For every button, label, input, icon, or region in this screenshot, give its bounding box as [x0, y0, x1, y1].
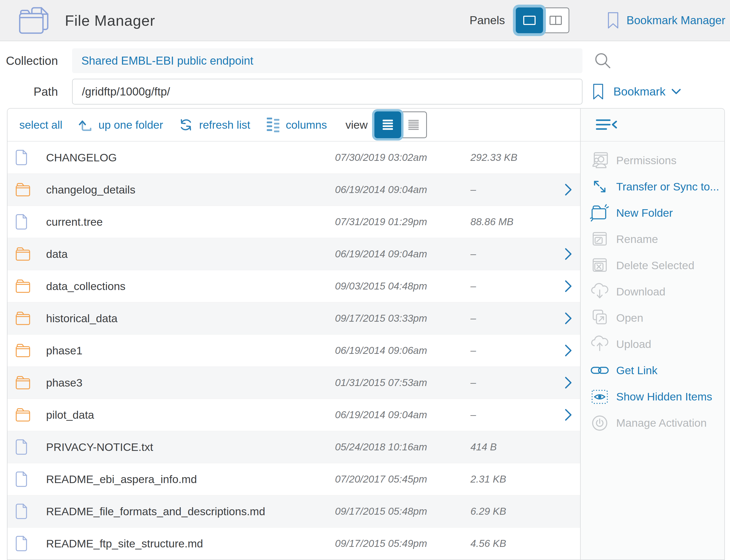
table-row[interactable]: CHANGELOG 07/30/2019 03:02am 292.33 KB	[7, 142, 580, 174]
columns-button[interactable]: columns	[266, 117, 327, 133]
file-list-pane: select all up one folder	[7, 109, 580, 559]
open-folder-chevron[interactable]	[557, 473, 580, 485]
table-row[interactable]: historical_data 09/17/2015 03:33pm –	[7, 302, 580, 335]
sidebar-item-new-folder[interactable]: New Folder	[581, 200, 724, 226]
open-folder-chevron[interactable]	[557, 312, 580, 325]
dual-panel-button[interactable]	[542, 7, 569, 33]
chevron-right-icon	[565, 248, 572, 260]
collapse-sidebar-icon[interactable]	[596, 118, 618, 131]
open-folder-chevron[interactable]	[557, 280, 580, 292]
file-icon	[15, 150, 28, 165]
table-row[interactable]: data 06/19/2014 09:04am –	[7, 238, 580, 270]
condensed-view-button[interactable]	[400, 111, 427, 138]
file-name: CHANGELOG	[40, 151, 335, 164]
file-list: CHANGELOG 07/30/2019 03:02am 292.33 KB c…	[7, 142, 580, 559]
table-row[interactable]: current.tree 07/31/2019 01:29pm 88.86 MB	[7, 206, 580, 238]
file-modified-date: 09/03/2015 04:48pm	[335, 281, 467, 292]
file-name: current.tree	[40, 216, 335, 228]
open-folder-chevron[interactable]	[557, 409, 580, 421]
chevron-down-icon	[671, 89, 681, 95]
folder-icon	[15, 311, 31, 326]
file-name: phase3	[40, 377, 335, 389]
open-folder-chevron[interactable]	[557, 505, 580, 518]
file-browser-panel: select all up one folder	[7, 108, 725, 560]
list-toolbar: select all up one folder	[7, 109, 580, 142]
sidebar-item-label: Open	[616, 312, 643, 324]
file-name: README_file_formats_and_descriptions.md	[40, 505, 335, 518]
sidebar-item-label: Transfer or Sync to...	[616, 180, 719, 193]
up-one-folder-button[interactable]: up one folder	[78, 118, 163, 132]
table-row[interactable]: phase1 06/19/2014 09:06am –	[7, 335, 580, 367]
bookmark-manager-button[interactable]: Bookmark Manager	[607, 12, 725, 29]
endpoint-form: Collection Path Bookmark	[0, 41, 730, 104]
file-name: README_ftp_site_structure.md	[40, 537, 335, 550]
refresh-icon	[178, 117, 193, 132]
select-all-button[interactable]: select all	[19, 119, 62, 131]
panels-toggle	[516, 7, 569, 33]
sidebar-item-show-hidden-items[interactable]: Show Hidden Items	[581, 383, 724, 410]
file-modified-date: 01/31/2015 07:53am	[335, 377, 467, 388]
table-row[interactable]: phase3 01/31/2015 07:53am –	[7, 367, 580, 399]
folder-icon	[15, 247, 31, 261]
file-size: –	[467, 281, 557, 292]
list-view-icon	[383, 119, 393, 130]
transfer-sync-icon	[585, 177, 614, 196]
search-button[interactable]	[593, 51, 612, 70]
folder-icon	[15, 279, 31, 293]
file-modified-date: 06/19/2014 09:06am	[335, 345, 467, 356]
sidebar-item-label: Delete Selected	[616, 259, 694, 272]
open-folder-chevron[interactable]	[557, 377, 580, 389]
file-name: pilot_data	[40, 409, 335, 421]
sidebar-item-transfer[interactable]: Transfer or Sync to...	[581, 173, 724, 200]
table-row[interactable]: PRIVACY-NOTICE.txt 05/24/2018 10:16am 41…	[7, 431, 580, 463]
open-folder-chevron[interactable]	[557, 248, 580, 260]
bookmark-icon	[593, 83, 604, 100]
file-modified-date: 06/19/2014 09:04am	[335, 248, 467, 260]
table-row[interactable]: pilot_data 06/19/2014 09:04am –	[7, 399, 580, 431]
table-row[interactable]: README_ftp_site_structure.md 09/17/2015 …	[7, 528, 580, 559]
chevron-right-icon	[565, 280, 572, 292]
file-icon	[15, 471, 28, 487]
sidebar-item-label: Upload	[616, 338, 651, 351]
folder-icon	[15, 182, 31, 197]
single-panel-button[interactable]	[516, 7, 543, 33]
dual-panel-icon	[549, 15, 563, 26]
bookmark-button[interactable]: Bookmark	[593, 83, 681, 100]
chevron-right-icon	[565, 344, 572, 357]
panels-group: Panels	[470, 7, 569, 33]
file-size: –	[467, 184, 557, 195]
manage-activation-icon	[585, 413, 614, 433]
open-folder-chevron[interactable]	[557, 344, 580, 357]
table-row[interactable]: data_collections 09/03/2015 04:48pm –	[7, 270, 580, 302]
file-size: 6.29 KB	[467, 506, 557, 517]
panels-label: Panels	[470, 14, 505, 27]
table-row[interactable]: changelog_details 06/19/2014 09:04am –	[7, 174, 580, 206]
file-modified-date: 07/31/2019 01:29pm	[335, 216, 467, 227]
table-row[interactable]: README_ebi_aspera_info.md 07/20/2017 05:…	[7, 463, 580, 495]
file-modified-date: 09/17/2015 05:48pm	[335, 506, 467, 517]
open-folder-chevron[interactable]	[557, 216, 580, 228]
open-folder-chevron[interactable]	[557, 151, 580, 164]
file-size: –	[467, 345, 557, 356]
collection-input[interactable]	[72, 48, 583, 73]
open-folder-chevron[interactable]	[557, 183, 580, 196]
open-folder-chevron[interactable]	[557, 441, 580, 453]
table-row[interactable]: README_file_formats_and_descriptions.md …	[7, 495, 580, 528]
open-folder-chevron[interactable]	[557, 537, 580, 550]
file-name: historical_data	[40, 312, 335, 325]
sidebar-item-label: Rename	[616, 233, 658, 246]
new-folder-icon	[585, 203, 614, 223]
refresh-list-button[interactable]: refresh list	[178, 117, 250, 132]
columns-label: columns	[286, 119, 327, 131]
sidebar-item-manage-activation: Manage Activation	[581, 410, 724, 436]
list-view-button[interactable]	[375, 111, 401, 138]
sidebar-item-upload: Upload	[581, 331, 724, 357]
file-size: 2.31 KB	[467, 474, 557, 485]
up-one-folder-label: up one folder	[98, 119, 163, 131]
bookmark-ribbon-icon	[607, 12, 619, 29]
sidebar-item-label: Show Hidden Items	[616, 390, 712, 403]
path-input[interactable]	[72, 79, 583, 104]
file-name: data	[40, 248, 335, 260]
file-manager-logo-icon	[15, 5, 53, 36]
sidebar-item-get-link[interactable]: Get Link	[581, 357, 724, 383]
